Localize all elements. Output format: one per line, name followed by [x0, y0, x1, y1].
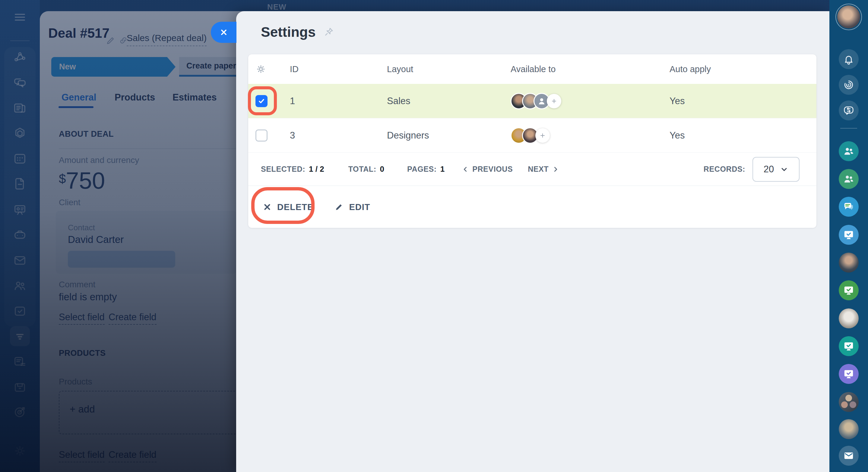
row-checkbox-unchecked[interactable] — [255, 129, 268, 142]
workspace-green-icon[interactable] — [839, 281, 859, 300]
products-add-box[interactable]: + add — [59, 391, 239, 434]
edit-deal-icon[interactable] — [105, 35, 116, 46]
target-goals-icon[interactable] — [13, 405, 27, 419]
pin-icon[interactable] — [323, 27, 334, 37]
document-icon[interactable] — [13, 177, 27, 191]
kanban-column-title: NEW — [267, 2, 286, 12]
x-delete-icon — [263, 203, 272, 211]
about-deal-section-title: ABOUT DEAL — [59, 129, 114, 139]
news-feed-icon[interactable] — [13, 101, 27, 115]
mail-icon[interactable] — [839, 446, 859, 466]
hexagon-crm-icon[interactable] — [13, 126, 27, 140]
client-action-button[interactable] — [68, 251, 175, 268]
tasks-check-icon[interactable] — [13, 304, 27, 318]
column-header-available-to[interactable]: Available to — [510, 64, 670, 74]
team-teal-icon[interactable] — [839, 141, 859, 161]
records-per-page-select[interactable]: 20 — [752, 157, 800, 182]
comment-empty-value[interactable]: field is empty — [59, 291, 117, 303]
app-root: NEW — [0, 0, 868, 472]
users-icon[interactable] — [13, 279, 27, 293]
column-header-id[interactable]: ID — [290, 64, 387, 74]
pages-counter: PAGES: 1 — [407, 165, 444, 174]
table-row[interactable]: 1 Sales Yes — [248, 84, 816, 118]
cell-auto-apply: Yes — [670, 96, 816, 107]
next-page-button[interactable]: NEXT — [528, 165, 559, 174]
workspace-purple-icon[interactable] — [839, 364, 859, 384]
edit-button[interactable]: EDIT — [333, 202, 372, 212]
sidebar-divider — [10, 40, 30, 41]
tab-estimates[interactable]: Estimates — [173, 92, 217, 103]
client-card[interactable]: Contact David Carter — [56, 211, 237, 274]
right-sidebar — [829, 0, 868, 472]
cell-layout: Designers — [387, 130, 510, 141]
member-avatar-2[interactable] — [839, 419, 859, 439]
amount-value[interactable]: $750 — [59, 167, 105, 194]
table-settings-gear-icon[interactable] — [255, 64, 290, 75]
records-control: RECORDS: 20 — [704, 157, 800, 182]
add-product-link[interactable]: + add — [70, 404, 95, 415]
settings-modal: Settings ID Layout Available to Auto app… — [236, 11, 829, 472]
previous-page-button[interactable]: PREVIOUS — [461, 165, 513, 174]
user-avatar[interactable] — [837, 5, 860, 28]
messenger-icon[interactable] — [839, 197, 859, 217]
presentation-icon[interactable] — [13, 203, 27, 217]
team-green-icon[interactable] — [839, 169, 859, 189]
tab-products[interactable]: Products — [115, 92, 155, 103]
archive-box-icon[interactable] — [13, 380, 27, 394]
workspace-teal-icon[interactable] — [839, 336, 859, 356]
column-header-auto-apply[interactable]: Auto apply — [670, 64, 816, 74]
cell-available-to — [510, 127, 670, 144]
delete-button[interactable]: DELETE — [261, 202, 315, 212]
select-field-link[interactable]: Select field — [59, 312, 105, 325]
products-field-label: Products — [59, 377, 92, 387]
ai-assistant-icon[interactable] — [839, 75, 859, 95]
mail-icon[interactable] — [13, 254, 27, 267]
member-avatar[interactable] — [839, 253, 859, 272]
table-header-row: ID Layout Available to Auto apply — [248, 54, 816, 84]
stage-new[interactable]: New — [51, 57, 176, 77]
pagination-bar: SELECTED: 1 / 2 TOTAL: 0 PAGES: 1 PREVIO… — [248, 153, 816, 186]
contact-name[interactable]: David Carter — [68, 234, 124, 245]
contact-label: Contact — [68, 223, 95, 232]
cell-id: 3 — [290, 130, 387, 141]
funnel-icon[interactable] — [10, 326, 30, 346]
notifications-bell-icon[interactable] — [839, 49, 859, 69]
chat-transfer-icon[interactable] — [839, 100, 859, 120]
select-field-link-2[interactable]: Select field — [59, 449, 105, 462]
create-field-link[interactable]: Create field — [108, 312, 157, 325]
table-actions-bar: DELETE EDIT — [248, 186, 816, 228]
cat-avatar[interactable] — [839, 308, 859, 328]
modal-close-button[interactable] — [211, 22, 237, 43]
drawer-icon[interactable] — [13, 228, 27, 242]
row-checkbox-checked[interactable] — [255, 95, 268, 107]
comment-label: Comment — [59, 280, 95, 289]
table-row[interactable]: 3 Designers Yes — [248, 118, 816, 153]
close-icon — [219, 27, 229, 37]
column-header-layout[interactable]: Layout — [387, 64, 510, 74]
amount-label: Amount and currency — [59, 155, 139, 165]
add-user-button[interactable] — [535, 128, 550, 143]
pencil-edit-icon — [335, 203, 343, 211]
tab-general[interactable]: General — [62, 92, 96, 103]
chevron-left-icon — [461, 166, 469, 173]
cell-available-to — [510, 93, 670, 109]
chats-icon[interactable] — [13, 76, 27, 90]
products-section-title: PRODUCTS — [59, 349, 106, 358]
gear-settings-icon[interactable] — [13, 444, 27, 458]
workspace-blue-icon[interactable] — [839, 225, 859, 245]
create-field-link-2[interactable]: Create field — [108, 449, 157, 462]
active-tab-underline — [59, 106, 93, 108]
pipeline-selector[interactable]: Sales (Repeat deal) — [127, 33, 207, 46]
chevron-right-icon — [552, 166, 559, 173]
add-user-button[interactable] — [547, 94, 561, 108]
cell-auto-apply: Yes — [670, 130, 816, 141]
share-network-icon[interactable] — [13, 51, 27, 65]
menu-icon[interactable] — [13, 10, 27, 24]
deal-title: Deal #517 — [48, 26, 110, 41]
currency-symbol: $ — [59, 172, 66, 186]
calendar-icon[interactable] — [13, 151, 27, 166]
amount-number: 750 — [66, 167, 105, 194]
calendar-tasks-icon[interactable] — [13, 355, 27, 368]
total-counter: TOTAL: 0 — [348, 165, 384, 174]
group-avatar[interactable] — [839, 392, 859, 412]
